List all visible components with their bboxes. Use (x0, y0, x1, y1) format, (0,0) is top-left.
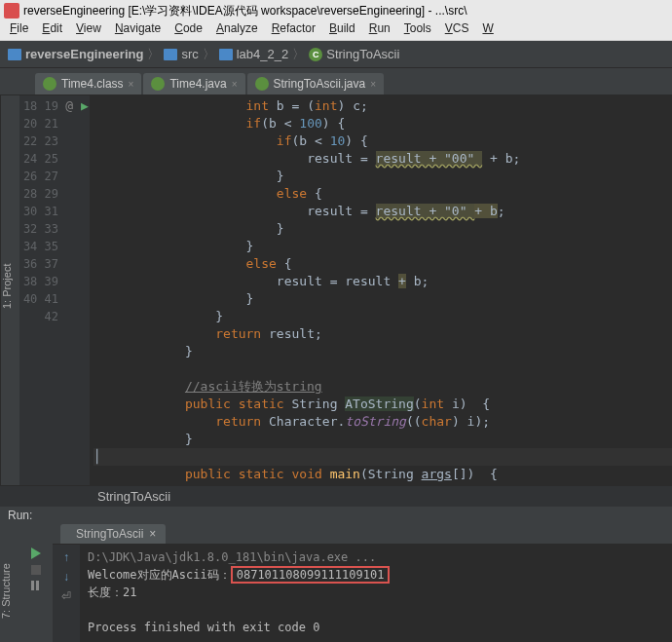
run-panel: 7: Structure StringToAscii × ↑ ↓ ⏎ D:\JD… (0, 524, 672, 642)
editor-tab[interactable]: Time4.java× (143, 73, 244, 94)
run-tabs: StringToAscii × (53, 524, 672, 545)
java-icon (255, 77, 269, 91)
menu-analyze[interactable]: Analyze (216, 21, 258, 40)
structure-tool-tab[interactable]: 7: Structure (0, 524, 19, 642)
down-icon[interactable]: ↓ (63, 570, 69, 584)
code-area[interactable]: int b = (int) c; if(b < 100) { if(b < 10… (90, 95, 672, 485)
menu-build[interactable]: Build (329, 21, 355, 40)
chevron-right-icon: 〉 (292, 46, 305, 63)
breadcrumb-project: reverseEngineering (25, 47, 143, 61)
line-gutter: 18 19 20 21 22 23 24 25 26 27 28 29 30 3… (19, 95, 64, 485)
menu-edit[interactable]: Edit (42, 21, 62, 40)
run-header: Run: (0, 507, 672, 524)
window-titlebar: reverseEngineering [E:\学习资料\IDEA源代码 work… (0, 0, 672, 21)
menu-view[interactable]: View (76, 21, 101, 40)
menu-tools[interactable]: Tools (404, 21, 431, 40)
close-icon[interactable]: × (149, 527, 156, 541)
project-icon (8, 49, 21, 60)
project-tool-tab[interactable]: 1: Project (0, 95, 19, 485)
breadcrumb-folder: lab4_2_2 (237, 47, 289, 61)
editor-tabs: Time4.class×Time4.java×StringToAscii.jav… (0, 68, 672, 95)
run-tab[interactable]: StringToAscii × (60, 524, 166, 544)
menu-file[interactable]: File (10, 21, 28, 40)
breadcrumb[interactable]: reverseEngineering 〉 src 〉 lab4_2_2 〉 C … (8, 46, 399, 63)
pause-button[interactable] (31, 581, 41, 590)
wrap-icon[interactable]: ⏎ (61, 589, 71, 603)
menu-refactor[interactable]: Refactor (272, 21, 316, 40)
run-tab-label: StringToAscii (76, 527, 143, 541)
folder-icon (219, 49, 233, 60)
chevron-right-icon: 〉 (203, 46, 215, 63)
breadcrumb-bar: reverseEngineering 〉 src 〉 lab4_2_2 〉 C … (0, 41, 672, 68)
menu-vcs[interactable]: VCS (445, 21, 469, 40)
breadcrumb-folder: src (181, 47, 198, 61)
app-icon (4, 3, 19, 19)
tab-label: Time4.class (61, 77, 124, 91)
java-icon (43, 77, 56, 91)
menu-code[interactable]: Code (174, 21, 203, 40)
console-output[interactable]: D:\JDK\Java\jdk1.8.0_181\bin\java.exe ..… (80, 545, 672, 642)
close-icon[interactable]: × (232, 79, 238, 90)
stop-button[interactable] (31, 565, 41, 575)
menu-w[interactable]: W (482, 21, 493, 40)
breadcrumb-file: StringToAscii (326, 47, 399, 61)
class-icon: C (309, 48, 322, 61)
java-icon (151, 77, 165, 91)
editor-tab[interactable]: Time4.class× (35, 73, 141, 94)
editor: 1: Project 18 19 20 21 22 23 24 25 26 27… (0, 95, 672, 485)
window-title: reverseEngineering [E:\学习资料\IDEA源代码 work… (23, 3, 467, 19)
tab-label: StringToAscii.java (274, 77, 366, 91)
menu-bar: FileEditViewNavigateCodeAnalyzeRefactorB… (0, 21, 672, 41)
tab-label: Time4.java (169, 77, 226, 91)
console-toolbar: ↑ ↓ ⏎ (53, 545, 80, 642)
run-controls (19, 524, 53, 642)
up-icon[interactable]: ↑ (63, 550, 69, 564)
close-icon[interactable]: × (370, 79, 376, 90)
rerun-button[interactable] (31, 548, 41, 559)
chevron-right-icon: 〉 (147, 46, 160, 63)
folder-icon (164, 49, 177, 60)
editor-breadcrumb[interactable]: StringToAscii (0, 485, 672, 507)
menu-run[interactable]: Run (369, 21, 391, 40)
editor-tab[interactable]: StringToAscii.java× (247, 73, 385, 94)
gutter-annotations: @ ▶ (64, 95, 90, 485)
menu-navigate[interactable]: Navigate (115, 21, 161, 40)
close-icon[interactable]: × (129, 79, 134, 90)
